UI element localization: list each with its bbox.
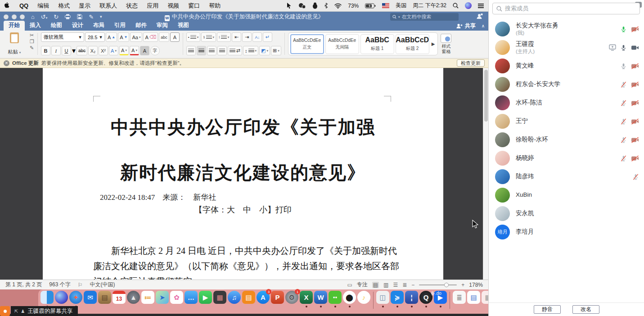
character-shading-button[interactable]: A — [140, 46, 149, 55]
wechat-status-icon[interactable] — [298, 3, 306, 9]
zoom-window-button[interactable] — [20, 14, 25, 19]
ribbon-tab-绘图[interactable]: 绘图 — [46, 21, 67, 31]
numbering-button[interactable]: 1▾ — [201, 32, 216, 42]
web-layout-view-icon[interactable]: ▥ — [383, 282, 388, 288]
menu-item-4[interactable]: 显示 — [79, 2, 90, 10]
cut-icon[interactable]: ✂ — [30, 32, 34, 38]
style-pane-button[interactable]: 样式 窗格 — [441, 32, 451, 55]
zoom-level[interactable]: 178% — [469, 282, 483, 288]
member-row[interactable]: 培月李培月 — [489, 223, 644, 241]
customize-toolbar-icon[interactable]: ▾ — [100, 15, 102, 19]
outline-view-icon[interactable]: ☰ — [393, 282, 398, 288]
dock-item-launchpad[interactable]: ▲ — [127, 291, 140, 304]
align-center-button[interactable] — [197, 46, 206, 55]
member-row[interactable]: 杨晓婷 — [489, 149, 644, 167]
edit-mode-icon[interactable]: ✎ — [89, 14, 94, 20]
ribbon-tab-插入[interactable]: 插入 — [25, 21, 46, 31]
siri-icon[interactable] — [465, 2, 472, 9]
zoom-slider-thumb[interactable] — [444, 283, 449, 287]
underline-dropdown[interactable]: ▾ — [72, 46, 76, 55]
member-row[interactable]: 程东会-长安大学 — [489, 75, 644, 94]
zoom-in-icon[interactable]: + — [461, 282, 464, 288]
menu-item-8[interactable]: 视频 — [167, 2, 179, 10]
notification-center-icon[interactable] — [478, 4, 484, 8]
dock-item-safari[interactable]: ✦ — [69, 291, 82, 304]
line-spacing-button[interactable]: ↕▾ — [243, 46, 258, 55]
focus-mode-icon[interactable]: ▭ — [347, 282, 352, 288]
dock-item-music[interactable]: ♫ — [228, 291, 241, 304]
scrollbar-thumb[interactable] — [484, 70, 488, 122]
member-row[interactable]: 徐盼盼-水环 — [489, 131, 644, 149]
minimize-window-button[interactable] — [12, 14, 17, 19]
menu-item-1[interactable]: QQ — [19, 2, 28, 9]
style-card-标题 1[interactable]: AaBbC标题 1 — [360, 34, 394, 54]
enclose-characters-button[interactable]: 字 — [150, 46, 160, 55]
menu-item-7[interactable]: 应用 — [147, 2, 158, 10]
justify-button[interactable] — [217, 46, 227, 55]
share-user-icon[interactable] — [476, 13, 483, 20]
proofing-status-icon[interactable]: ⚐ — [78, 282, 83, 288]
dock-item-word[interactable]: W — [314, 291, 327, 304]
pointer-icon[interactable] — [286, 2, 292, 9]
spotlight-search-icon[interactable] — [453, 3, 459, 9]
show-paragraph-marks-button[interactable]: ↵ — [263, 32, 272, 42]
document-page[interactable]: 中共中央办公厅印发《关于加强 新时代廉洁文化建设的意见》 2022-02-24 … — [43, 68, 443, 280]
dock-item-contacts[interactable]: ▤ — [98, 291, 111, 304]
member-row[interactable]: 长安大学张在勇(我) — [489, 20, 644, 38]
dock-item-excel[interactable]: X — [300, 291, 313, 304]
language-indicator[interactable]: 中文(中国) — [90, 281, 115, 289]
subscript-button[interactable]: X₂ — [88, 46, 98, 55]
dock-item-document-stack[interactable]: ≣ — [453, 291, 466, 304]
dock-item-powerpoint[interactable]: P — [271, 291, 284, 304]
align-left-button[interactable] — [186, 46, 196, 55]
check-updates-button[interactable]: 检查更新 — [457, 59, 485, 67]
dock-item-siri[interactable] — [55, 291, 68, 304]
qq-status-icon[interactable] — [312, 2, 318, 9]
bluetooth-icon[interactable] — [324, 3, 328, 9]
styles-gallery-more-icon[interactable]: ▶ — [431, 41, 436, 46]
redo-icon[interactable]: ↻ — [54, 14, 59, 20]
vertical-scrollbar[interactable] — [483, 68, 488, 280]
phonetic-guide-button[interactable]: abc — [159, 32, 169, 42]
ribbon-tab-布局[interactable]: 布局 — [88, 21, 109, 31]
superscript-button[interactable]: X² — [99, 46, 108, 55]
dock-item-photobooth[interactable]: ▦ — [213, 291, 226, 304]
font-size-combo[interactable]: 28.5▾ — [85, 32, 105, 42]
italic-button[interactable]: I — [51, 46, 61, 55]
shrink-font-button[interactable]: A▼ — [118, 32, 129, 42]
rename-button[interactable]: 改名 — [572, 305, 599, 314]
character-border-button[interactable]: A — [170, 32, 180, 42]
ribbon-tab-审阅[interactable]: 审阅 — [152, 21, 173, 31]
clear-formatting-button[interactable]: A⌫ — [143, 32, 158, 42]
borders-button[interactable]: ⊞▾ — [271, 46, 281, 55]
wifi-icon[interactable] — [334, 3, 342, 9]
apple-menu-icon[interactable] — [5, 2, 10, 9]
member-search-box[interactable]: 搜索成员 — [492, 3, 640, 14]
copy-icon[interactable]: ❐ — [30, 39, 34, 45]
close-window-button[interactable] — [4, 14, 9, 19]
dock-item-system-preferences[interactable]: ⚙1 — [285, 291, 298, 304]
member-row[interactable]: 陆彦玮 — [489, 167, 644, 186]
multilevel-list-button[interactable]: ⁝▾ — [217, 32, 231, 42]
member-list[interactable]: 长安大学张在勇(我)王疆霞(主持人)黄文峰程东会-长安大学水环-陈洁王宁徐盼盼-… — [489, 20, 644, 302]
strikethrough-button[interactable]: abc — [77, 46, 87, 55]
underline-button[interactable]: U — [62, 46, 71, 55]
font-color-button[interactable]: A▾ — [130, 46, 139, 55]
input-source-flag-icon[interactable] — [382, 3, 389, 8]
menu-item-6[interactable]: 状态 — [126, 2, 138, 10]
highlight-button[interactable]: A▾ — [119, 46, 129, 55]
word-count[interactable]: 963 个字 — [49, 281, 70, 289]
meeting-app-icon[interactable] — [0, 306, 10, 316]
member-row[interactable]: 水环-陈洁 — [489, 94, 644, 112]
style-card-正文[interactable]: AaBbCcDdEe正文 — [290, 34, 324, 54]
style-card-标题 2[interactable]: AaBbCcD标题 2 — [396, 34, 429, 54]
share-button[interactable]: 共享 ∧ — [456, 22, 485, 31]
bullets-button[interactable]: •▾ — [186, 32, 200, 42]
member-row[interactable]: 王宁 — [489, 112, 644, 131]
dock-item-photos[interactable]: ✿ — [170, 291, 183, 304]
dock-item-reminders[interactable]: ≔ — [141, 291, 154, 304]
dock-item-messages[interactable]: … — [185, 291, 198, 304]
menu-item-9[interactable]: 窗口 — [188, 2, 200, 10]
font-name-combo[interactable]: 微软雅黑▾ — [41, 32, 84, 42]
dock-item-mail[interactable]: ✉ — [84, 291, 97, 304]
